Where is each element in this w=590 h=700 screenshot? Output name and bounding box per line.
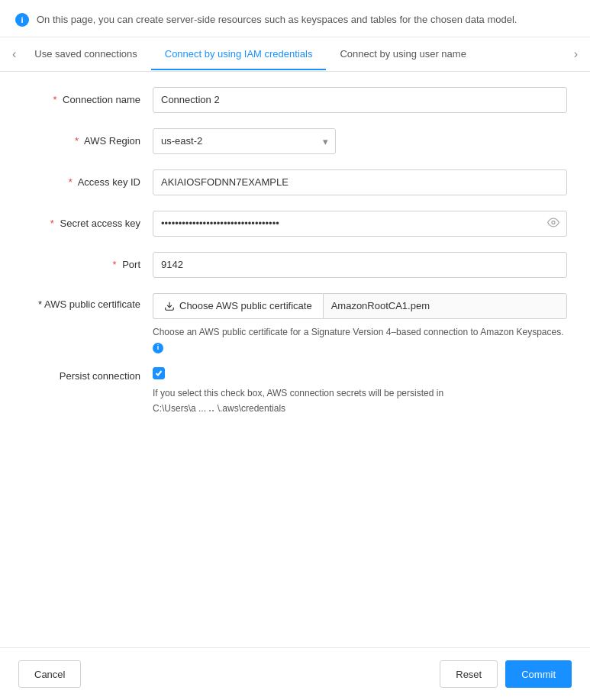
info-icon: i <box>15 13 29 27</box>
persist-hint: If you select this check box, AWS connec… <box>153 385 567 417</box>
cert-row: * AWS public certificate Choose AWS publ… <box>23 293 567 353</box>
connection-name-label: * Connection name <box>23 94 153 105</box>
aws-region-select-wrapper: us-east-1 us-east-2 us-west-1 us-west-2 … <box>153 128 336 154</box>
port-label: * Port <box>23 259 153 270</box>
persist-content: If you select this check box, AWS connec… <box>153 367 567 417</box>
access-key-input[interactable] <box>153 169 567 195</box>
persist-row: Persist connection If you select this ch… <box>23 367 567 417</box>
persist-checkbox-row <box>153 367 567 379</box>
dialog-footer: Cancel Reset Commit <box>0 647 590 700</box>
aws-region-select[interactable]: us-east-1 us-east-2 us-west-1 us-west-2 … <box>153 128 336 154</box>
tab-iam-credentials[interactable]: Connect by using IAM credentials <box>151 39 327 70</box>
access-key-row: * Access key ID <box>23 169 567 195</box>
tab-user-name[interactable]: Connect by using user name <box>326 39 479 70</box>
footer-left: Cancel <box>18 660 81 688</box>
tab-saved-connections[interactable]: Use saved connections <box>21 39 150 70</box>
port-row: * Port <box>23 252 567 278</box>
persist-connection-checkbox[interactable] <box>153 367 165 379</box>
port-input[interactable] <box>153 252 567 278</box>
secret-key-wrapper <box>153 211 567 237</box>
reset-button[interactable]: Reset <box>440 660 498 688</box>
connection-name-input[interactable] <box>153 87 567 113</box>
cert-hint: Choose an AWS public certificate for a S… <box>153 325 567 353</box>
download-icon <box>164 301 175 311</box>
cert-content: Choose AWS public certificate AmazonRoot… <box>153 293 567 353</box>
svg-point-0 <box>552 221 555 224</box>
secret-key-label: * Secret access key <box>23 218 153 229</box>
secret-key-row: * Secret access key <box>23 211 567 237</box>
tab-nav-prev[interactable]: ‹ <box>8 37 21 71</box>
cert-picker: Choose AWS public certificate AmazonRoot… <box>153 293 567 319</box>
cert-label: * AWS public certificate <box>23 293 153 310</box>
secret-key-input[interactable] <box>153 211 567 237</box>
dialog: i On this page, you can create server-si… <box>0 0 590 700</box>
eye-icon[interactable] <box>547 216 559 231</box>
tabs-bar: ‹ Use saved connections Connect by using… <box>0 37 590 72</box>
info-bar: i On this page, you can create server-si… <box>0 0 590 37</box>
form-body: * Connection name * AWS Region us-east-1… <box>0 72 590 648</box>
commit-button[interactable]: Commit <box>505 660 572 688</box>
cancel-button[interactable]: Cancel <box>18 660 81 688</box>
aws-region-label: * AWS Region <box>23 135 153 147</box>
cert-hint-info-icon: i <box>153 343 163 353</box>
access-key-label: * Access key ID <box>23 176 153 188</box>
tab-nav-next[interactable]: › <box>569 37 582 71</box>
aws-region-row: * AWS Region us-east-1 us-east-2 us-west… <box>23 128 567 154</box>
choose-cert-button[interactable]: Choose AWS public certificate <box>153 293 323 319</box>
connection-name-row: * Connection name <box>23 87 567 113</box>
footer-right: Reset Commit <box>440 660 572 688</box>
info-text: On this page, you can create server-side… <box>37 12 517 27</box>
persist-label: Persist connection <box>23 367 153 382</box>
cert-filename: AmazonRootCA1.pem <box>323 293 567 319</box>
